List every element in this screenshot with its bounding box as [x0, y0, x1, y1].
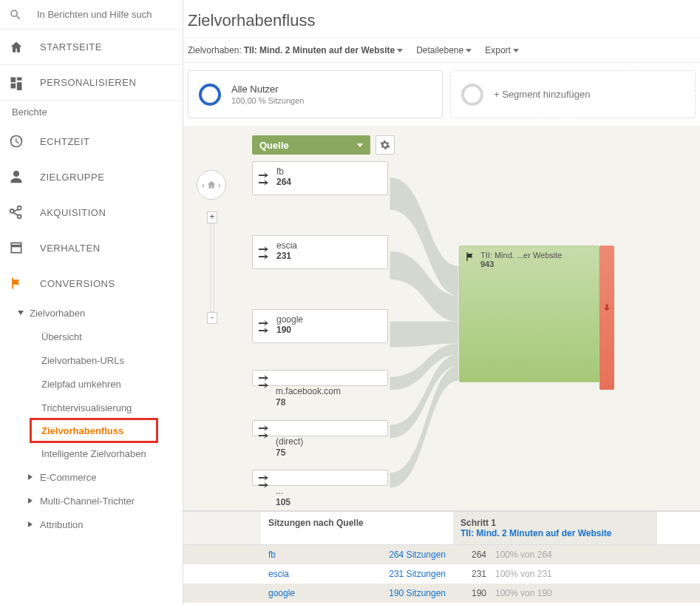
- segment-add[interactable]: + Segment hinzufügen: [450, 70, 696, 118]
- arrows-icon: [257, 318, 272, 334]
- sidebar-item-personalisieren[interactable]: PERSONALISIEREN: [0, 65, 183, 101]
- sidebar-sub-zielvorhabenfluss[interactable]: Zielvorhabenfluss: [31, 419, 157, 442]
- source-dropdown[interactable]: Quelle: [252, 135, 370, 155]
- table-sessions[interactable]: 231 Sitzungen: [389, 569, 446, 579]
- sidebar-label: ZIELGRUPPE: [40, 172, 104, 183]
- flow-node-value: 264: [276, 177, 378, 187]
- sidebar-item-akquisition[interactable]: AKQUISITION: [0, 195, 183, 230]
- table-count: 264: [461, 550, 486, 560]
- sidebar-sub-intelligente[interactable]: Intelligente Zielvorhaben: [0, 442, 183, 465]
- table-head-step: Schritt 1: [461, 518, 650, 528]
- table-src[interactable]: escia: [268, 569, 289, 579]
- toolbar-export[interactable]: Export: [485, 45, 519, 55]
- flow-table: Sitzungen nach Quelle Schritt 1 TII: Min…: [183, 510, 700, 603]
- segment-alle-nutzer[interactable]: Alle Nutzer 100,00 % Sitzungen: [188, 70, 443, 118]
- search-row: [0, 0, 183, 30]
- sidebar-sub-uebersicht[interactable]: Übersicht: [0, 325, 183, 348]
- table-head-goal: TII: Mind. 2 Minuten auf der Website: [461, 528, 650, 538]
- search-icon: [9, 8, 22, 21]
- table-count: 231: [461, 569, 486, 579]
- flow-pane: Quelle ‹ › + - fb 264: [183, 126, 700, 510]
- sidebar-item-conversions[interactable]: CONVERSIONS: [0, 266, 183, 301]
- sidebar-sub-trichter[interactable]: Trichtervisualisierung: [0, 396, 183, 419]
- zoom-slider: + -: [207, 212, 217, 324]
- toolbar: Zielvorhaben: TII: Mind. 2 Minuten auf d…: [183, 38, 700, 63]
- sidebar-sub-zielvorhaben-urls[interactable]: Zielvorhaben-URLs: [0, 348, 183, 372]
- zoom-in-button[interactable]: +: [207, 212, 217, 223]
- flow-node-name: ...: [276, 486, 283, 496]
- flow-node[interactable]: [252, 370, 388, 386]
- segment-add-label: + Segment hinzufügen: [494, 89, 590, 100]
- cell-spacer: [183, 545, 261, 564]
- table-pct: 100% von 264: [495, 550, 552, 560]
- table-sessions[interactable]: 190 Sitzungen: [389, 588, 446, 598]
- home-icon: [9, 40, 24, 55]
- flow-exit-bar[interactable]: [599, 246, 614, 390]
- flow-node[interactable]: [252, 420, 388, 436]
- flow-node[interactable]: escia 231: [252, 235, 388, 269]
- chevron-right-icon: [28, 521, 33, 527]
- flow-node-value: 78: [276, 397, 285, 408]
- sidebar-item-verhalten[interactable]: VERHALTEN: [0, 230, 183, 266]
- sidebar-label: ECHTZEIT: [40, 136, 90, 147]
- flow-node-name: escia: [276, 240, 378, 251]
- share-icon: [9, 205, 24, 220]
- zoom-out-button[interactable]: -: [207, 312, 217, 324]
- sidebar-sub-label: Multi-Channel-Trichter: [40, 496, 135, 507]
- sidebar: STARTSEITE PERSONALISIEREN Berichte ECHT…: [0, 0, 183, 605]
- zoom-track[interactable]: [210, 223, 214, 312]
- flow-node[interactable]: [252, 470, 388, 486]
- arrows-icon: [257, 170, 272, 186]
- sidebar-item-zielgruppe[interactable]: ZIELGRUPPE: [0, 159, 183, 195]
- sidebar-item-echtzeit[interactable]: ECHTZEIT: [0, 124, 183, 159]
- sidebar-section-berichte: Berichte: [0, 101, 183, 124]
- arrow-down-icon: [602, 303, 611, 312]
- flow-node-name: fb: [276, 166, 378, 177]
- sidebar-sub-zielvorhaben[interactable]: Zielvorhaben: [0, 301, 183, 325]
- main: Zielvorhabenfluss Zielvorhaben: TII: Min…: [183, 0, 700, 605]
- segment-sub: 100,00 % Sitzungen: [231, 96, 304, 105]
- gear-button[interactable]: [376, 135, 395, 155]
- cell-source: google 190 Sitzungen: [261, 584, 453, 603]
- arrows-icon: [257, 244, 272, 260]
- table-src[interactable]: fb: [268, 550, 276, 560]
- cell-spacer: [183, 564, 261, 584]
- search-input[interactable]: [37, 9, 163, 20]
- table-row: google 190 Sitzungen 190 100% von 190: [183, 584, 700, 603]
- sidebar-label: VERHALTEN: [40, 243, 101, 254]
- page-title: Zielvorhabenfluss: [183, 0, 700, 38]
- table-pct: 100% von 190: [495, 588, 552, 598]
- sidebar-sub-ecommerce[interactable]: E-Commerce: [0, 465, 183, 489]
- flow-node-value: 231: [276, 251, 378, 261]
- toolbar-detailebene[interactable]: Detailebene: [416, 45, 472, 55]
- sidebar-sub-label: E-Commerce: [40, 472, 97, 483]
- arrows-icon: [257, 473, 272, 489]
- table-pct: 100% von 231: [495, 569, 552, 579]
- table-row: fb 264 Sitzungen 264 100% von 264: [183, 545, 700, 564]
- table-sessions[interactable]: 264 Sitzungen: [389, 550, 446, 560]
- toolbar-zielvorhaben-value: TII: Mind. 2 Minuten auf der Website: [244, 45, 395, 55]
- nav-prev: ‹: [202, 180, 205, 189]
- flow-goal-label: TII: Mind. ...er Website: [480, 251, 562, 260]
- table-src[interactable]: google: [268, 588, 295, 598]
- flow-goal-node[interactable]: TII: Mind. ...er Website 943: [459, 246, 599, 382]
- sidebar-sub-multichannel[interactable]: Multi-Channel-Trichter: [0, 489, 183, 513]
- chevron-down-icon: [357, 143, 363, 147]
- chevron-right-icon: [28, 474, 33, 480]
- cell-step: 231 100% von 231: [453, 564, 657, 584]
- sidebar-sub-label: Attribution: [40, 519, 84, 530]
- sidebar-sub-zielpfad[interactable]: Zielpfad umkehren: [0, 372, 183, 396]
- flow-node-value: 105: [276, 497, 290, 507]
- table-row: escia 231 Sitzungen 231 100% von 231: [183, 564, 700, 584]
- toolbar-zielvorhaben[interactable]: Zielvorhaben: TII: Mind. 2 Minuten auf d…: [188, 45, 403, 55]
- flow-node[interactable]: fb 264: [252, 161, 388, 195]
- dashboard-icon: [9, 75, 24, 90]
- sidebar-sub-label: Zielvorhaben: [30, 308, 85, 319]
- sidebar-item-startseite[interactable]: STARTSEITE: [0, 30, 183, 65]
- flow-node[interactable]: google 190: [252, 309, 388, 343]
- person-icon: [9, 169, 24, 184]
- cell-spacer: [183, 584, 261, 603]
- sidebar-sub-attribution[interactable]: Attribution: [0, 513, 183, 536]
- nav-circle[interactable]: ‹ ›: [197, 170, 226, 200]
- flow-node-name: google: [276, 314, 378, 325]
